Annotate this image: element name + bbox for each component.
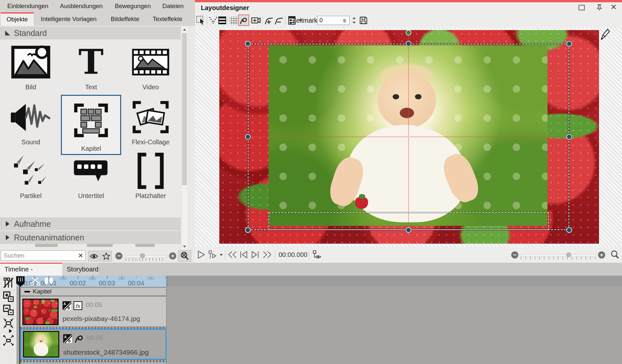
zoom-out-tiles-button[interactable]: − [115, 252, 122, 259]
section-label: Standard [14, 28, 47, 38]
play-button[interactable] [197, 250, 205, 259]
zoom-fit-button[interactable] [178, 250, 191, 262]
timeline-clip-partial[interactable] [20, 362, 167, 364]
rewind-button[interactable] [227, 251, 237, 259]
preview-eye-button[interactable] [88, 251, 99, 261]
preview-at-timemark-button[interactable] [312, 250, 322, 260]
close-button[interactable]: ✕ [610, 3, 617, 12]
scroll-up-icon[interactable] [183, 28, 186, 31]
tile-partikel[interactable]: Partikel [1, 149, 61, 201]
transition-ab-icon[interactable]: A B [63, 301, 71, 310]
ruler-label: 00:03 [99, 280, 115, 287]
maximize-button[interactable] [579, 5, 585, 10]
tile-bild[interactable]: Bild [1, 41, 61, 93]
tile-text[interactable]: T Text [61, 41, 121, 93]
grid-button[interactable] [229, 16, 238, 25]
motion-path-icon[interactable] [74, 334, 84, 343]
tile-video[interactable]: Video [121, 41, 181, 93]
tile-untertitel[interactable]: Untertitel [61, 149, 121, 201]
section-header-standard[interactable]: Standard [0, 27, 181, 39]
tab-timeline-spuransicht[interactable]: Timeline - Spuransicht [0, 263, 62, 276]
section-header-routenanimationen[interactable]: Routenanimationen [0, 231, 181, 244]
resize-handle-top-center[interactable] [406, 41, 411, 47]
timeline-ruler-empty[interactable] [167, 276, 622, 287]
tab-dateien[interactable]: Dateien [160, 0, 186, 12]
preview-zoom-slider[interactable] [521, 254, 596, 256]
timeline-clip-strawberries[interactable]: A B fx 00:05 pexels-pixabay-46174.jpg [20, 296, 167, 327]
search-input[interactable] [1, 250, 86, 261]
tab-ausblendungen[interactable]: Ausblendungen [57, 0, 105, 12]
expand-submenu-icon[interactable] [9, 329, 12, 333]
slide-canvas[interactable] [219, 30, 599, 244]
tile-sound[interactable]: Sound [1, 96, 61, 148]
chapter-group-header[interactable]: Kapitel [20, 287, 167, 296]
tile-platzhalter[interactable]: Platzhalter [121, 149, 181, 201]
tile-kapitel-selected[interactable]: Kapitel [61, 95, 121, 155]
expand-tracks-button[interactable] [3, 335, 14, 346]
rotation-handle[interactable] [406, 30, 411, 36]
select-tool-button[interactable] [196, 16, 206, 25]
remove-curve-button[interactable] [274, 16, 283, 25]
playhead-marker[interactable] [16, 274, 25, 287]
tab-einblendungen[interactable]: Einblendungen [5, 0, 51, 12]
tile-flexi-collage[interactable]: Flexi-Collage [121, 96, 181, 148]
favorites-star-button[interactable] [100, 251, 112, 261]
add-curve-button[interactable] [264, 16, 273, 25]
timeline-clip-baby-selected[interactable]: A B 00:05 shutterstock_248734966.jpg [20, 329, 167, 360]
fast-forward-button[interactable] [262, 251, 272, 259]
scroll-down-icon[interactable] [183, 246, 186, 248]
section-header-aufnahme[interactable]: Aufnahme [0, 217, 181, 230]
timeline-ruler[interactable]: 500 500 500 500 00:00 00:01 00:02 00:03 … [17, 276, 167, 287]
resize-handle-bottom-left[interactable] [245, 227, 251, 233]
tab-bewegungen[interactable]: Bewegungen [112, 0, 154, 12]
go-to-start-button[interactable] [239, 251, 248, 259]
effects-fx-icon[interactable]: fx [74, 301, 82, 310]
play-from-timemark-button[interactable] [208, 250, 217, 259]
tab-storyboard[interactable]: Storyboard [62, 263, 100, 276]
playhead-line[interactable] [19, 286, 20, 364]
selection-rectangle[interactable] [248, 44, 569, 230]
camera-pan-button[interactable] [251, 16, 261, 25]
scrollbar-thumb[interactable] [182, 33, 187, 185]
resize-handle-bottom-center[interactable] [406, 227, 411, 233]
spin-down-icon[interactable] [352, 22, 356, 24]
toolbar-separator [227, 16, 228, 25]
magnifier-icon[interactable] [610, 250, 619, 259]
tab-intelligente-vorlagen[interactable]: Intelligente Vorlagen [38, 12, 99, 26]
play-options-dropdown-icon[interactable] [220, 254, 223, 256]
clear-search-icon[interactable]: ✕ [77, 251, 84, 260]
objects-scrollbar[interactable] [181, 27, 188, 250]
resize-handle-top-right[interactable] [566, 41, 572, 47]
go-to-end-button[interactable] [251, 251, 260, 259]
tab-objekte[interactable]: Objekte [1, 12, 34, 26]
resize-handle-bottom-right[interactable] [566, 227, 572, 233]
spin-up-icon[interactable] [352, 17, 356, 19]
timeline-zoom-in-button[interactable]: + [598, 251, 605, 259]
pin-button[interactable] [596, 4, 603, 11]
motion-path-button-active[interactable] [238, 15, 249, 26]
resize-handle-top-left[interactable] [245, 41, 251, 47]
zoom-in-tiles-button[interactable]: + [169, 252, 176, 259]
save-layout-button[interactable] [359, 16, 368, 25]
remove-track-button[interactable] [3, 304, 14, 315]
tile-size-slider-thumb[interactable] [140, 253, 145, 258]
tab-bildeffekte[interactable]: Bildeffekte [108, 12, 142, 26]
timeline-zoom-out-button[interactable]: − [511, 251, 518, 259]
layers-button[interactable] [218, 16, 227, 25]
tab-texteffekte[interactable]: Texteffekte [150, 12, 185, 26]
text-icon: T [61, 41, 121, 83]
track-options-button[interactable] [3, 277, 14, 288]
curve-points-button[interactable] [209, 17, 217, 24]
resize-handle-mid-left[interactable] [245, 134, 251, 140]
tile-size-slider[interactable] [126, 255, 167, 257]
preview-zoom-slider-thumb[interactable] [566, 252, 571, 257]
timeline-body: 500 500 500 500 00:00 00:01 00:02 00:03 … [0, 276, 622, 364]
insert-track-button[interactable] [3, 291, 14, 302]
collapse-tracks-button[interactable] [3, 318, 14, 329]
zeitmarke-spinner[interactable] [352, 16, 356, 25]
clip-thumbnail [22, 299, 59, 325]
resize-handle-mid-right[interactable] [566, 134, 572, 140]
transition-ab-icon[interactable]: A B [63, 334, 72, 343]
collapse-group-icon[interactable] [24, 291, 30, 292]
clipped-content [135, 244, 155, 247]
